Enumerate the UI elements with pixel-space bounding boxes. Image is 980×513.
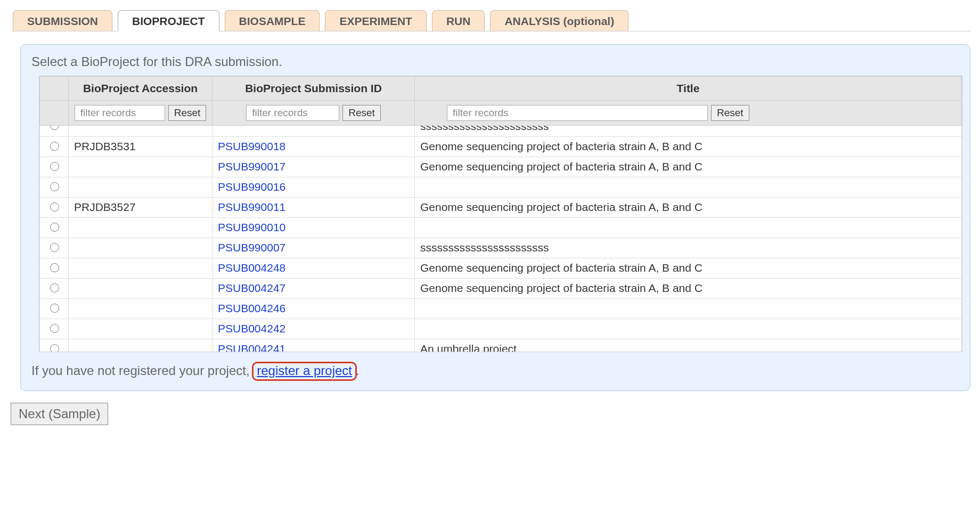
accession-cell	[69, 298, 213, 319]
table-row: PRJDB3531PSUB990018Genome sequencing pro…	[40, 136, 962, 157]
submission-link[interactable]: PSUB990016	[218, 181, 285, 193]
row-select-radio[interactable]	[50, 243, 59, 252]
grid-header: BioProject Accession BioProject Submissi…	[39, 76, 962, 126]
accession-cell	[69, 177, 213, 197]
filter-input-accession[interactable]	[75, 105, 165, 121]
title-cell: Genome sequencing project of bacteria st…	[415, 136, 962, 157]
title-cell: Genome sequencing project of bacteria st…	[415, 278, 962, 298]
submission-cell: PSUB004247	[213, 278, 415, 298]
filter-input-submission[interactable]	[246, 105, 339, 121]
submission-cell: PSUB004241	[213, 339, 415, 352]
table-row: PSUB990016	[40, 177, 962, 197]
row-select-radio[interactable]	[50, 142, 59, 151]
footer-prefix: If you have not registered your project,	[31, 363, 253, 378]
row-select-radio[interactable]	[50, 162, 59, 171]
row-select-cell	[40, 177, 69, 197]
reset-button-title[interactable]: Reset	[711, 105, 749, 121]
title-cell	[415, 177, 962, 197]
table-row: PSUB004242	[40, 319, 962, 339]
submission-link[interactable]: PSUB990010	[218, 221, 285, 233]
table-row: PSUB990017Genome sequencing project of b…	[40, 157, 962, 177]
submission-link[interactable]: PSUB004247	[218, 282, 285, 294]
title-cell	[415, 298, 962, 319]
accession-cell	[69, 258, 213, 278]
submission-cell: PSUB004246	[213, 298, 415, 319]
submission-cell: PSUB004248	[213, 258, 415, 278]
title-cell	[415, 217, 962, 238]
tab-submission[interactable]: SUBMISSION	[13, 10, 112, 31]
table-row: PSUB990007sssssssssssssssssssssss	[40, 238, 962, 258]
submission-link[interactable]: PSUB990019	[218, 126, 285, 126]
submission-link[interactable]: PSUB004242	[218, 322, 285, 335]
row-select-cell	[40, 136, 69, 157]
table-row: PSUB004247Genome sequencing project of b…	[40, 278, 962, 298]
row-select-radio[interactable]	[50, 126, 59, 130]
footer-note: If you have not registered your project,…	[31, 362, 959, 381]
submission-cell: PSUB990018	[213, 136, 415, 157]
next-button[interactable]: Next (Sample)	[11, 403, 108, 425]
row-select-radio[interactable]	[50, 223, 59, 232]
submission-link[interactable]: PSUB990017	[218, 160, 285, 173]
reset-button-accession[interactable]: Reset	[168, 105, 207, 121]
row-select-radio[interactable]	[50, 202, 59, 211]
title-cell: Genome sequencing project of bacteria st…	[415, 157, 962, 177]
row-select-cell	[40, 197, 69, 217]
submission-cell: PSUB990017	[213, 157, 415, 177]
grid-scroll-area[interactable]: PSUB990019sssssssssssssssssssssssPRJDB35…	[39, 126, 962, 352]
submission-link[interactable]: PSUB004241	[218, 343, 285, 352]
filter-cell-accession: Reset	[69, 101, 213, 126]
title-cell: Genome sequencing project of bacteria st…	[415, 258, 962, 278]
table-row: PSUB990010	[40, 217, 962, 238]
submission-cell: PSUB990010	[213, 217, 415, 238]
submission-link[interactable]: PSUB990007	[218, 241, 285, 254]
title-cell	[415, 319, 962, 339]
submission-cell: PSUB990007	[213, 238, 415, 258]
submission-cell: PSUB990011	[213, 197, 415, 217]
tab-analysis[interactable]: ANALYSIS (optional)	[490, 10, 628, 31]
title-cell: sssssssssssssssssssssss	[415, 126, 962, 136]
tab-experiment[interactable]: EXPERIMENT	[325, 10, 427, 31]
tab-biosample[interactable]: BIOSAMPLE	[225, 10, 320, 31]
row-select-radio[interactable]	[50, 344, 59, 352]
col-header-accession: BioProject Accession	[69, 77, 213, 101]
accession-cell	[69, 238, 213, 258]
panel-intro-text: Select a BioProject for this DRA submiss…	[31, 54, 959, 69]
reset-button-submission[interactable]: Reset	[342, 105, 381, 121]
submission-link[interactable]: PSUB990011	[218, 201, 285, 213]
row-select-cell	[40, 126, 69, 136]
row-select-cell	[40, 339, 69, 352]
register-link-highlight: register a project	[252, 362, 357, 381]
table-row: PSUB990019sssssssssssssssssssssss	[40, 126, 962, 136]
row-select-radio[interactable]	[50, 182, 59, 191]
submission-link[interactable]: PSUB990018	[218, 140, 285, 152]
row-select-cell	[40, 319, 69, 339]
accession-cell	[69, 339, 213, 352]
bioproject-grid: BioProject Accession BioProject Submissi…	[39, 76, 962, 352]
row-select-radio[interactable]	[50, 324, 59, 333]
title-cell: An umbrella project	[415, 339, 962, 352]
register-project-link[interactable]: register a project	[257, 363, 352, 378]
accession-cell	[69, 217, 213, 238]
tab-run[interactable]: RUN	[432, 10, 485, 31]
row-select-radio[interactable]	[50, 304, 59, 313]
grid-body: PSUB990019sssssssssssssssssssssssPRJDB35…	[39, 126, 962, 352]
submission-cell: PSUB990016	[213, 177, 415, 197]
tab-bar: SUBMISSIONBIOPROJECTBIOSAMPLEEXPERIMENTR…	[13, 10, 970, 31]
accession-cell	[69, 157, 213, 177]
submission-cell: PSUB004242	[213, 319, 415, 339]
row-select-radio[interactable]	[50, 263, 59, 272]
col-header-select	[40, 77, 69, 101]
tab-bioproject[interactable]: BIOPROJECT	[118, 10, 219, 31]
title-cell: Genome sequencing project of bacteria st…	[415, 197, 962, 217]
filter-cell-select	[40, 101, 69, 126]
row-select-cell	[40, 298, 69, 319]
submission-link[interactable]: PSUB004248	[218, 262, 285, 274]
filter-input-title[interactable]	[447, 105, 708, 121]
submission-link[interactable]: PSUB004246	[218, 302, 285, 314]
accession-cell: PRJDB3527	[69, 197, 213, 217]
filter-cell-title: Reset	[415, 101, 962, 126]
accession-cell	[69, 278, 213, 298]
row-select-cell	[40, 258, 69, 278]
row-select-radio[interactable]	[50, 283, 59, 292]
table-row: PRJDB3527PSUB990011Genome sequencing pro…	[40, 197, 962, 217]
